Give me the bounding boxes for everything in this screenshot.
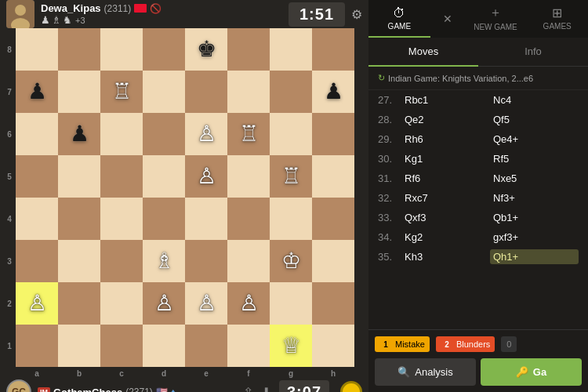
move-white-5[interactable]: Rxc7 bbox=[401, 191, 490, 205]
download-icon[interactable]: ⬇ bbox=[261, 385, 271, 393]
move-white-4[interactable]: Rf6 bbox=[401, 171, 490, 186]
square-f5[interactable] bbox=[227, 155, 270, 198]
square-g1[interactable]: ♕ bbox=[270, 325, 312, 367]
move-white-1[interactable]: Qe2 bbox=[401, 112, 490, 127]
square-g2[interactable] bbox=[270, 282, 312, 325]
square-f6[interactable]: ♖ bbox=[227, 113, 270, 155]
tab-moves[interactable]: Moves bbox=[368, 38, 478, 67]
square-e7[interactable] bbox=[185, 71, 227, 113]
square-d6[interactable] bbox=[143, 113, 185, 155]
gear-icon[interactable]: ⚙ bbox=[351, 7, 362, 22]
move-white-0[interactable]: Rbc1 bbox=[401, 93, 490, 107]
square-b5[interactable] bbox=[58, 155, 100, 198]
square-c4[interactable] bbox=[100, 198, 143, 240]
square-e4[interactable] bbox=[185, 198, 227, 240]
move-black-2[interactable]: Qe4+ bbox=[490, 132, 579, 147]
nav-tab-game[interactable]: ⏱ GAME bbox=[368, 0, 430, 38]
square-d1[interactable] bbox=[143, 325, 185, 367]
square-c1[interactable] bbox=[100, 325, 143, 367]
blunders-badge: 2 Blunders bbox=[436, 336, 495, 352]
square-h3[interactable] bbox=[312, 240, 354, 282]
square-b1[interactable] bbox=[58, 325, 100, 367]
square-d7[interactable] bbox=[143, 71, 185, 113]
square-g4[interactable] bbox=[270, 198, 312, 240]
square-g8[interactable] bbox=[270, 28, 312, 71]
square-a6[interactable] bbox=[16, 113, 58, 155]
square-f8[interactable] bbox=[227, 28, 270, 71]
move-white-3[interactable]: Kg1 bbox=[401, 151, 490, 166]
square-c5[interactable] bbox=[100, 155, 143, 198]
square-e8[interactable]: ♚ bbox=[185, 28, 227, 71]
square-a3[interactable] bbox=[16, 240, 58, 282]
square-e3[interactable] bbox=[185, 240, 227, 282]
move-black-7[interactable]: gxf3+ bbox=[490, 230, 579, 245]
square-b7[interactable] bbox=[58, 71, 100, 113]
square-h6[interactable] bbox=[312, 113, 354, 155]
square-g5[interactable]: ♖ bbox=[270, 155, 312, 198]
piece-a2: ♙ bbox=[27, 292, 47, 314]
game-button[interactable]: 🔑 Ga bbox=[481, 358, 582, 386]
move-black-8[interactable]: Qh1+ bbox=[490, 249, 579, 264]
move-white-8[interactable]: Kh3 bbox=[401, 249, 490, 264]
nav-tab-new-game[interactable]: ＋ NEW GAME bbox=[465, 0, 527, 38]
nav-close-button[interactable]: ✕ bbox=[434, 5, 462, 33]
square-h7[interactable]: ♟ bbox=[312, 71, 354, 113]
tab-info[interactable]: Info bbox=[478, 38, 588, 67]
us-flag-icon: 🇺🇸 bbox=[156, 387, 168, 392]
square-h8[interactable] bbox=[312, 28, 354, 71]
square-g6[interactable] bbox=[270, 113, 312, 155]
move-white-7[interactable]: Kg2 bbox=[401, 230, 490, 245]
square-d4[interactable] bbox=[143, 198, 185, 240]
square-a1[interactable] bbox=[16, 325, 58, 367]
square-h4[interactable] bbox=[312, 198, 354, 240]
square-f7[interactable] bbox=[227, 71, 270, 113]
square-f2[interactable]: ♙ bbox=[227, 282, 270, 325]
square-b4[interactable] bbox=[58, 198, 100, 240]
square-c6[interactable] bbox=[100, 113, 143, 155]
square-b3[interactable] bbox=[58, 240, 100, 282]
file-label-a: a bbox=[16, 367, 58, 379]
square-f3[interactable] bbox=[227, 240, 270, 282]
bottom-right-area: ⇧ ⬇ 3:07 bbox=[243, 380, 329, 393]
square-a2[interactable]: ♙ bbox=[16, 282, 58, 325]
square-a8[interactable] bbox=[16, 28, 58, 71]
square-c3[interactable] bbox=[100, 240, 143, 282]
square-b6[interactable]: ♟ bbox=[58, 113, 100, 155]
square-e5[interactable]: ♙ bbox=[185, 155, 227, 198]
square-d5[interactable] bbox=[143, 155, 185, 198]
square-c8[interactable] bbox=[100, 28, 143, 71]
square-g3[interactable]: ♔ bbox=[270, 240, 312, 282]
move-white-6[interactable]: Qxf3 bbox=[401, 210, 490, 225]
square-a4[interactable] bbox=[16, 198, 58, 240]
square-b8[interactable] bbox=[58, 28, 100, 71]
square-e1[interactable] bbox=[185, 325, 227, 367]
square-d8[interactable] bbox=[143, 28, 185, 71]
square-f4[interactable] bbox=[227, 198, 270, 240]
square-f1[interactable] bbox=[227, 325, 270, 367]
square-c2[interactable] bbox=[100, 282, 143, 325]
square-d3[interactable]: ♗ bbox=[143, 240, 185, 282]
square-a5[interactable] bbox=[16, 155, 58, 198]
square-a7[interactable]: ♟ bbox=[16, 71, 58, 113]
move-num-1: 28. bbox=[378, 114, 401, 125]
zero-badge: 0 bbox=[501, 336, 517, 352]
square-h5[interactable] bbox=[312, 155, 354, 198]
square-e6[interactable]: ♙ bbox=[185, 113, 227, 155]
square-h2[interactable] bbox=[312, 282, 354, 325]
move-black-4[interactable]: Nxe5 bbox=[490, 171, 579, 186]
move-black-5[interactable]: Nf3+ bbox=[490, 191, 579, 205]
square-d2[interactable]: ♙ bbox=[143, 282, 185, 325]
move-black-0[interactable]: Nc4 bbox=[490, 93, 579, 107]
move-black-1[interactable]: Qf5 bbox=[490, 112, 579, 127]
square-g7[interactable] bbox=[270, 71, 312, 113]
square-h1[interactable] bbox=[312, 325, 354, 367]
move-black-6[interactable]: Qb1+ bbox=[490, 210, 579, 225]
move-black-3[interactable]: Rf5 bbox=[490, 151, 579, 166]
square-e2[interactable]: ♙ bbox=[185, 282, 227, 325]
move-white-2[interactable]: Rh6 bbox=[401, 132, 490, 147]
square-c7[interactable]: ♖ bbox=[100, 71, 143, 113]
share-icon[interactable]: ⇧ bbox=[243, 385, 253, 393]
square-b2[interactable] bbox=[58, 282, 100, 325]
analysis-button[interactable]: 🔍 Analysis bbox=[375, 358, 476, 386]
nav-tab-games[interactable]: ⊞ GAMES bbox=[526, 0, 588, 38]
